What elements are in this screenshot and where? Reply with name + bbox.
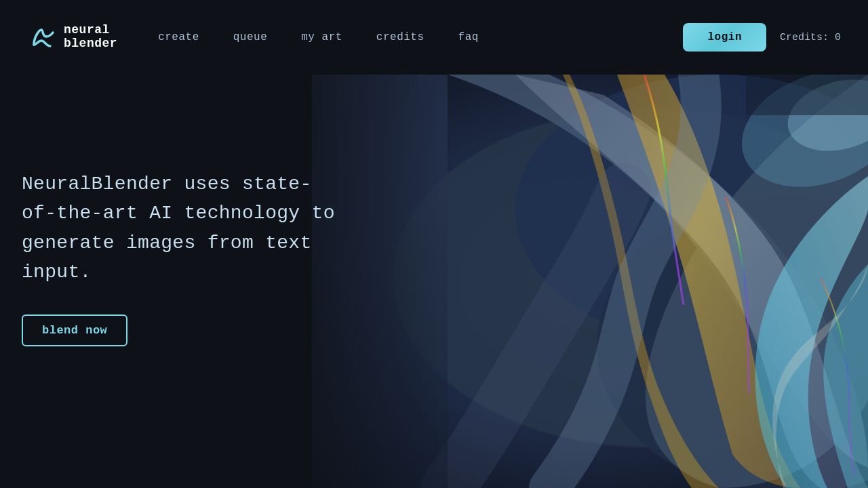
credits-display: Credits: 0 xyxy=(780,32,841,43)
nav-credits[interactable]: credits xyxy=(376,31,425,43)
header-right: login Credits: 0 xyxy=(683,23,841,52)
login-button[interactable]: login xyxy=(683,23,766,52)
nav-faq[interactable]: faq xyxy=(458,31,479,43)
hero-headline: NeuralBlender uses state-of-the-art AI t… xyxy=(22,169,340,287)
logo-line2: blender xyxy=(64,37,117,51)
main-nav: create queue my art credits faq xyxy=(158,31,683,43)
logo-icon xyxy=(27,23,56,52)
hero-text-area: NeuralBlender uses state-of-the-art AI t… xyxy=(22,169,340,346)
header: neural blender create queue my art credi… xyxy=(0,0,868,75)
svg-rect-6 xyxy=(746,75,868,115)
nav-queue[interactable]: queue xyxy=(233,31,268,43)
main-content: NeuralBlender uses state-of-the-art AI t… xyxy=(0,75,868,488)
nav-create[interactable]: create xyxy=(158,31,199,43)
logo-line1: neural xyxy=(64,24,117,37)
nav-my-art[interactable]: my art xyxy=(301,31,342,43)
logo-text: neural blender xyxy=(64,24,117,51)
logo[interactable]: neural blender xyxy=(27,23,117,52)
blend-now-button[interactable]: blend now xyxy=(22,314,127,346)
